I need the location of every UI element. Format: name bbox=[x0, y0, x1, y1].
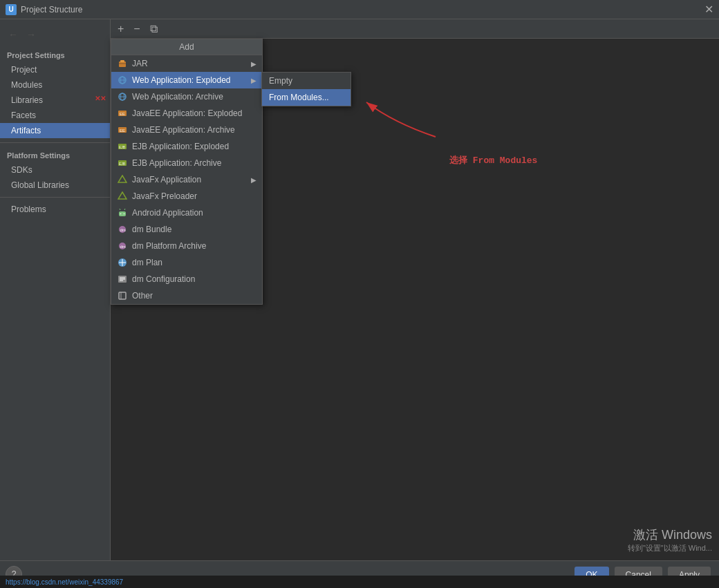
menu-item-other-label: Other bbox=[132, 291, 153, 301]
other-icon bbox=[117, 290, 128, 301]
ejb-archive-icon: EJB bbox=[117, 158, 128, 169]
menu-item-dm-platform-label: dm Platform Archive bbox=[132, 241, 206, 251]
android-icon bbox=[117, 207, 128, 218]
javafx-arrow: ▶ bbox=[251, 176, 256, 184]
sidebar-item-facets[interactable]: Facets bbox=[0, 108, 110, 123]
menu-item-javafx-preloader-label: JavaFx Preloader bbox=[132, 191, 197, 201]
menu-item-dm-config-label: dm Configuration bbox=[132, 274, 195, 284]
project-settings-section: Project Settings bbox=[0, 47, 110, 62]
svg-text:dm: dm bbox=[120, 228, 126, 232]
svg-rect-1 bbox=[120, 60, 124, 62]
menu-item-javafx-app[interactable]: JavaFx Application ▶ bbox=[111, 171, 262, 188]
svg-rect-19 bbox=[119, 211, 126, 216]
javaee-archive-icon: EE bbox=[117, 124, 128, 135]
svg-marker-18 bbox=[118, 192, 127, 199]
jar-icon bbox=[117, 58, 128, 69]
submenu-empty-label: Empty bbox=[269, 76, 292, 86]
nav-buttons: ← → bbox=[0, 25, 110, 47]
svg-marker-17 bbox=[118, 176, 127, 182]
sidebar-item-artifacts[interactable]: Artifacts bbox=[0, 123, 110, 138]
close-button[interactable]: ✕ bbox=[704, 4, 713, 15]
svg-line-22 bbox=[120, 209, 120, 210]
menu-item-dm-bundle-label: dm Bundle bbox=[132, 225, 171, 234]
javafx-icon bbox=[117, 174, 128, 185]
dm-bundle-icon: dm bbox=[117, 224, 128, 235]
menu-item-web-archive-label: Web Application: Archive bbox=[132, 92, 223, 102]
title-bar-left: U Project Structure bbox=[6, 4, 82, 15]
menu-item-web-exploded[interactable]: Web Application: Exploded ▶ Empty From M… bbox=[111, 72, 262, 88]
javafx-preloader-icon bbox=[117, 191, 128, 202]
url-bar: https://blog.csdn.net/weixin_44339867 bbox=[0, 576, 719, 588]
forward-button[interactable]: → bbox=[24, 28, 39, 41]
svg-point-20 bbox=[120, 214, 122, 215]
svg-text:EE: EE bbox=[120, 112, 125, 116]
menu-item-jar[interactable]: JAR ▶ bbox=[111, 55, 262, 72]
back-button[interactable]: ← bbox=[6, 28, 21, 41]
menu-item-ejb-exploded[interactable]: EJB EJB Application: Exploded bbox=[111, 138, 262, 155]
web-exploded-icon bbox=[117, 75, 128, 86]
web-exploded-submenu: Empty From Modules... bbox=[261, 72, 351, 106]
web-exploded-arrow: ▶ bbox=[251, 77, 256, 84]
menu-item-android[interactable]: Android Application bbox=[111, 205, 262, 221]
menu-item-ejb-exploded-label: EJB Application: Exploded bbox=[132, 142, 229, 151]
menu-item-javaee-archive[interactable]: EE JavaEE Application: Archive bbox=[111, 122, 262, 138]
menu-item-javaee-exploded-label: JavaEE Application: Exploded bbox=[132, 108, 242, 118]
sidebar-item-sdks[interactable]: SDKs bbox=[0, 162, 110, 178]
main-layout: ← → Project Settings Project Modules Lib… bbox=[0, 19, 719, 560]
sidebar-item-project[interactable]: Project bbox=[0, 62, 110, 77]
sidebar-item-modules[interactable]: Modules bbox=[0, 77, 110, 93]
libraries-error-icon: ✕✕ bbox=[95, 95, 106, 102]
svg-text:EJB: EJB bbox=[119, 162, 126, 166]
menu-item-jar-label: JAR bbox=[132, 59, 148, 68]
svg-text:EE: EE bbox=[120, 129, 125, 133]
submenu-from-modules-label: From Modules... bbox=[269, 93, 329, 102]
sidebar-item-global-libraries[interactable]: Global Libraries bbox=[0, 178, 110, 193]
app-icon: U bbox=[6, 4, 17, 15]
platform-settings-section: Platform Settings bbox=[0, 147, 110, 162]
annotation-text: 选择 From Modules bbox=[449, 154, 537, 167]
add-button[interactable]: + bbox=[113, 21, 128, 37]
menu-item-dm-bundle[interactable]: dm dm Bundle bbox=[111, 221, 262, 238]
sidebar-item-libraries[interactable]: Libraries ✕✕ bbox=[0, 93, 110, 108]
annotation-arrow bbox=[353, 82, 491, 164]
window-title: Project Structure bbox=[21, 5, 82, 15]
submenu-item-from-modules[interactable]: From Modules... bbox=[262, 89, 351, 106]
menu-item-dm-plan-label: dm Plan bbox=[132, 258, 162, 267]
remove-button[interactable]: − bbox=[129, 21, 144, 37]
menu-item-javaee-exploded[interactable]: EE JavaEE Application: Exploded bbox=[111, 105, 262, 122]
url-text: https://blog.csdn.net/weixin_44339867 bbox=[6, 578, 123, 586]
sidebar-item-problems[interactable]: Problems bbox=[0, 202, 110, 217]
sidebar-divider bbox=[0, 142, 110, 143]
sidebar: ← → Project Settings Project Modules Lib… bbox=[0, 19, 111, 560]
ejb-exploded-icon: EJB bbox=[117, 141, 128, 152]
main-toolbar: + − ⧉ bbox=[111, 19, 719, 39]
dm-plan-icon bbox=[117, 257, 128, 268]
menu-item-ejb-archive[interactable]: EJB EJB Application: Archive bbox=[111, 155, 262, 171]
dm-platform-icon: dm bbox=[117, 240, 128, 252]
menu-item-javaee-archive-label: JavaEE Application: Archive bbox=[132, 125, 235, 135]
submenu-item-empty[interactable]: Empty bbox=[262, 73, 351, 89]
svg-text:dm: dm bbox=[120, 245, 126, 249]
javaee-exploded-icon: EE bbox=[117, 108, 128, 119]
svg-rect-35 bbox=[119, 292, 126, 299]
menu-item-android-label: Android Application bbox=[132, 208, 203, 218]
add-menu: Add JAR ▶ Web Application: Exploded ▶ bbox=[111, 39, 263, 305]
content-area: + − ⧉ Add JAR ▶ Web Application: Explode… bbox=[111, 19, 719, 560]
sidebar-divider-2 bbox=[0, 197, 110, 198]
jar-arrow: ▶ bbox=[251, 60, 256, 68]
menu-item-dm-platform[interactable]: dm dm Platform Archive bbox=[111, 238, 262, 254]
svg-point-21 bbox=[124, 214, 125, 215]
menu-item-dm-config[interactable]: dm Configuration bbox=[111, 271, 262, 287]
menu-item-other[interactable]: Other bbox=[111, 287, 262, 304]
menu-item-web-archive[interactable]: Web Application: Archive bbox=[111, 88, 262, 105]
web-archive-icon bbox=[117, 91, 128, 102]
menu-item-javafx-label: JavaFx Application bbox=[132, 175, 201, 184]
menu-item-ejb-archive-label: EJB Application: Archive bbox=[132, 158, 221, 168]
copy-button[interactable]: ⧉ bbox=[146, 21, 162, 37]
menu-item-web-exploded-label: Web Application: Exploded bbox=[132, 75, 231, 85]
menu-item-dm-plan[interactable]: dm Plan bbox=[111, 254, 262, 271]
svg-rect-0 bbox=[119, 61, 126, 67]
svg-line-23 bbox=[124, 209, 125, 210]
menu-item-javafx-preloader[interactable]: JavaFx Preloader bbox=[111, 188, 262, 205]
title-bar: U Project Structure ✕ bbox=[0, 0, 719, 19]
